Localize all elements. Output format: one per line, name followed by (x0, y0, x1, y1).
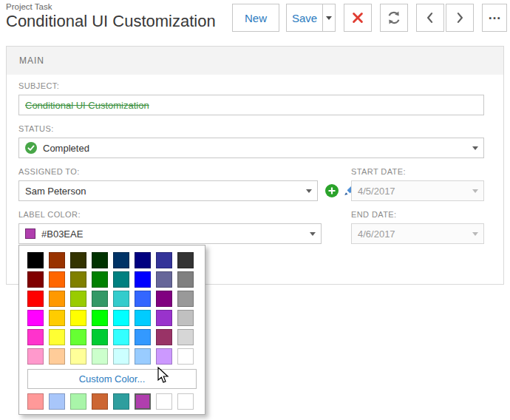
add-new-object-button[interactable] (324, 183, 339, 198)
palette-swatch[interactable] (49, 271, 65, 288)
palette-swatch[interactable] (70, 291, 86, 307)
palette-swatch[interactable] (49, 329, 65, 345)
status-combobox[interactable]: Completed (18, 138, 484, 158)
palette-swatch[interactable] (113, 329, 129, 345)
palette-swatch[interactable] (49, 310, 65, 326)
save-button[interactable]: Save (286, 4, 323, 32)
assigned-to-value: Sam Peterson (25, 186, 86, 197)
palette-swatch[interactable] (49, 252, 65, 268)
palette-swatch[interactable] (49, 348, 65, 365)
recent-swatch[interactable] (92, 393, 108, 410)
color-picker-popup: Custom Color... (18, 245, 205, 415)
palette-swatch[interactable] (27, 329, 44, 345)
palette-swatch[interactable] (92, 348, 108, 365)
recent-swatch[interactable] (70, 393, 86, 410)
start-date-picker[interactable]: 4/5/2017 (351, 180, 484, 201)
palette-swatch[interactable] (156, 310, 172, 326)
palette-swatch[interactable] (135, 291, 151, 307)
palette-swatch[interactable] (49, 291, 65, 307)
palette-swatch[interactable] (27, 252, 44, 268)
palette-grid (27, 252, 197, 365)
palette-swatch[interactable] (70, 310, 86, 326)
palette-swatch[interactable] (156, 348, 172, 365)
palette-swatch[interactable] (70, 348, 86, 365)
subject-label: SUBJECT: (18, 81, 59, 90)
dropdown-arrow-icon[interactable] (472, 232, 478, 236)
palette-swatch[interactable] (156, 271, 172, 288)
plus-circle-icon (325, 184, 339, 197)
project-task-window: Project Task Conditional UI Customizatio… (0, 0, 510, 420)
palette-swatch[interactable] (177, 329, 194, 345)
palette-swatch[interactable] (92, 310, 108, 326)
palette-swatch[interactable] (135, 348, 151, 365)
refresh-button[interactable] (380, 4, 408, 32)
label-color-label: LABEL COLOR: (18, 210, 81, 219)
palette-swatch[interactable] (177, 348, 194, 365)
check-circle-icon (25, 142, 37, 154)
palette-swatch[interactable] (113, 252, 129, 268)
palette-swatch[interactable] (177, 310, 194, 326)
palette-swatch[interactable] (70, 329, 86, 345)
group-caption: MAIN (19, 55, 44, 66)
page-title: Conditional UI Customization (6, 12, 216, 31)
new-button[interactable]: New (232, 4, 279, 32)
refresh-icon (386, 10, 402, 26)
delete-button[interactable] (344, 4, 372, 32)
palette-swatch[interactable] (113, 291, 129, 307)
assigned-to-combobox[interactable]: Sam Peterson (18, 180, 318, 201)
palette-swatch[interactable] (27, 291, 44, 307)
palette-swatch[interactable] (27, 271, 44, 288)
palette-swatch[interactable] (70, 252, 86, 268)
palette-swatch[interactable] (70, 271, 86, 288)
palette-swatch[interactable] (113, 310, 129, 326)
palette-swatch[interactable] (156, 291, 172, 307)
recent-swatch[interactable] (156, 393, 172, 410)
recent-swatch[interactable] (177, 393, 194, 410)
status-label: STATUS: (18, 124, 54, 133)
toolbar: New Save (232, 4, 507, 32)
palette-swatch[interactable] (177, 291, 194, 307)
subject-input[interactable]: Conditional UI Customization (18, 95, 484, 115)
label-color-swatch (25, 228, 35, 239)
recent-swatch[interactable] (27, 393, 44, 410)
save-dropdown-button[interactable] (322, 4, 336, 32)
palette-swatch[interactable] (156, 329, 172, 345)
group-header: MAIN (7, 47, 503, 75)
palette-swatch[interactable] (113, 348, 129, 365)
palette-swatch[interactable] (92, 252, 108, 268)
dropdown-arrow-icon[interactable] (310, 232, 316, 236)
dropdown-arrow-icon[interactable] (472, 146, 478, 150)
start-date-label: START DATE: (351, 167, 406, 176)
palette-swatch[interactable] (135, 252, 151, 268)
assigned-to-label: ASSIGNED TO: (18, 167, 80, 176)
palette-swatch[interactable] (92, 291, 108, 307)
palette-swatch[interactable] (113, 271, 129, 288)
recent-swatch[interactable] (113, 393, 129, 410)
more-button[interactable]: … (482, 4, 507, 32)
label-color-combobox[interactable]: #B03EAE (18, 223, 322, 244)
palette-swatch[interactable] (92, 271, 108, 288)
dropdown-arrow-icon[interactable] (306, 189, 312, 193)
start-date-value: 4/5/2017 (358, 186, 395, 197)
recent-swatch-selected[interactable] (135, 393, 151, 410)
previous-record-button[interactable] (416, 4, 444, 32)
chevron-left-icon (423, 10, 438, 25)
palette-swatch[interactable] (92, 329, 108, 345)
palette-swatch[interactable] (177, 252, 194, 268)
custom-color-button[interactable]: Custom Color... (27, 369, 197, 389)
palette-swatch[interactable] (27, 348, 44, 365)
palette-swatch[interactable] (135, 310, 151, 326)
dropdown-arrow-icon[interactable] (472, 189, 478, 193)
palette-swatch[interactable] (156, 252, 172, 268)
palette-swatch[interactable] (27, 310, 44, 326)
end-date-picker[interactable]: 4/6/2017 (351, 223, 484, 244)
palette-swatch[interactable] (135, 329, 151, 345)
recent-swatch[interactable] (49, 393, 65, 410)
next-record-button[interactable] (446, 4, 474, 32)
label-color-value: #B03EAE (41, 228, 83, 240)
palette-swatch[interactable] (177, 271, 194, 288)
status-value: Completed (43, 143, 89, 154)
x-icon (350, 10, 365, 25)
ellipsis-icon: … (488, 7, 501, 23)
palette-swatch[interactable] (135, 271, 151, 288)
